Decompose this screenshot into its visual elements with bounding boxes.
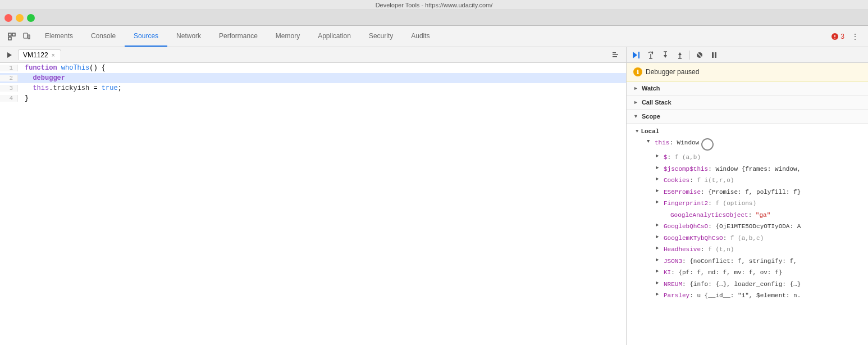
scope-item-googlemktyb[interactable]: ► GooglemKTybQhCsO: f (a,b,c): [627, 233, 868, 244]
breakpoints-icon: [696, 51, 703, 59]
tab-memory[interactable]: Memory: [267, 26, 309, 47]
device-toggle-btn[interactable]: [20, 30, 33, 43]
title-text: Developer Tools - https://www.udacity.co…: [376, 2, 493, 8]
more-options-btn[interactable]: ⋮: [849, 30, 861, 43]
svg-point-7: [835, 38, 836, 39]
format-btn[interactable]: [610, 49, 623, 61]
tab-network[interactable]: Network: [167, 26, 210, 47]
local-label: Local: [641, 128, 659, 135]
scope-item-dollar[interactable]: ► $: f (a,b): [627, 152, 868, 164]
code-editor[interactable]: 1 function whoThis() { 2 debugger 3 this…: [0, 63, 626, 345]
tab-sources[interactable]: Sources: [125, 26, 167, 47]
scope-item-es6promise[interactable]: ► ES6Promise: {Promise: f, polyfill: f}: [627, 187, 868, 198]
tab-audits[interactable]: Audits: [402, 26, 438, 47]
svg-rect-11: [613, 56, 617, 57]
expand-fingerprint-icon[interactable]: ►: [656, 199, 661, 207]
svg-marker-8: [7, 52, 12, 58]
tab-console[interactable]: Console: [82, 26, 125, 47]
devtools-body: VM1122 × 1 function whoThis() {: [0, 47, 868, 345]
expand-json3-icon[interactable]: ►: [656, 257, 661, 265]
svg-marker-18: [664, 55, 667, 58]
expand-googlemktyb-icon[interactable]: ►: [656, 234, 661, 242]
expand-googlebqh-icon[interactable]: ►: [656, 222, 661, 230]
svg-marker-14: [651, 51, 653, 55]
hover-indicator: [701, 138, 714, 151]
svg-rect-26: [715, 52, 716, 58]
step-out-btn[interactable]: [674, 49, 686, 61]
format-icon: [612, 51, 621, 59]
expand-cookies-icon[interactable]: ►: [656, 176, 661, 184]
scope-item-parsley[interactable]: ► Parsley: u {__id__: "1", $element: n.: [627, 290, 868, 302]
svg-rect-10: [613, 54, 618, 55]
scope-item-fingerprint2[interactable]: ► Fingerprint2: f (options): [627, 198, 868, 210]
run-scripts-btn[interactable]: [3, 49, 16, 61]
deactivate-breakpoints-btn[interactable]: [693, 49, 706, 61]
file-tab-vm1122[interactable]: VM1122 ×: [18, 49, 61, 60]
scope-item-json3[interactable]: ► JSON3: {noConflict: f, stringify: f,: [627, 256, 868, 267]
svg-rect-1: [12, 33, 15, 36]
scope-section-header[interactable]: Scope: [627, 110, 868, 124]
svg-rect-3: [24, 33, 28, 38]
expand-ki-icon[interactable]: ►: [656, 268, 661, 276]
step-out-icon: [675, 51, 684, 60]
step-over-icon: [646, 51, 655, 60]
local-section-header[interactable]: Local: [627, 126, 868, 137]
file-tab-name: VM1122: [23, 51, 48, 59]
callstack-toggle-icon: [633, 99, 638, 105]
play-icon: [6, 51, 13, 59]
toolbar-separator-1: [689, 51, 690, 60]
debugger-content[interactable]: Watch Call Stack Scope Loc: [627, 81, 868, 345]
scope-item-cookies[interactable]: ► Cookies: f i(t,r,o): [627, 175, 868, 187]
resume-btn[interactable]: [630, 49, 642, 61]
devtools-container: Elements Console Sources Network Perform…: [0, 26, 868, 345]
pause-icon: [710, 51, 719, 60]
sources-left-panel: VM1122 × 1 function whoThis() {: [0, 47, 627, 345]
devtools-tabs-right: 3 ⋮: [826, 30, 866, 43]
scope-item-nreum[interactable]: ► NREUM: {info: {…}, loader_config: {…}: [627, 279, 868, 290]
expand-jscomp-icon[interactable]: ►: [656, 165, 661, 172]
info-icon: ℹ: [633, 67, 642, 76]
resume-icon: [631, 51, 641, 60]
callstack-section-header[interactable]: Call Stack: [627, 96, 868, 110]
scope-item-headhesive[interactable]: ► Headhesive: f (t,n): [627, 244, 868, 256]
local-toggle-icon: [636, 129, 638, 134]
title-bar: Developer Tools - https://www.udacity.co…: [0, 0, 868, 10]
inspect-element-btn[interactable]: [6, 30, 18, 43]
expand-headhesive-icon[interactable]: ►: [656, 245, 661, 253]
file-tab-close-btn[interactable]: ×: [51, 52, 56, 58]
minimize-btn[interactable]: [16, 14, 24, 22]
code-line-3: 3 this.trickyish = true;: [0, 83, 626, 93]
tab-application[interactable]: Application: [309, 26, 360, 47]
svg-marker-21: [678, 52, 682, 55]
pause-on-exceptions-btn[interactable]: [708, 49, 720, 61]
tab-security[interactable]: Security: [360, 26, 402, 47]
svg-rect-4: [28, 35, 30, 39]
step-into-btn[interactable]: [659, 49, 671, 61]
close-btn[interactable]: [4, 14, 12, 22]
expand-parsley-icon[interactable]: ►: [656, 291, 661, 299]
scope-item-googlebqhcso[interactable]: ► GooglebQhCsO: {OjE1MTE5ODcyOTIyODA: A: [627, 221, 868, 233]
maximize-btn[interactable]: [27, 14, 35, 22]
svg-rect-0: [8, 33, 11, 36]
tab-elements[interactable]: Elements: [36, 26, 82, 47]
scope-item-ki[interactable]: ► KI: {pf: f, md: f, mv: f, ov: f}: [627, 267, 868, 279]
step-over-btn[interactable]: [645, 49, 657, 61]
scope-item-jscomp[interactable]: ► $jscomp$this: Window {frames: Window,: [627, 164, 868, 175]
tab-performance[interactable]: Performance: [210, 26, 267, 47]
devtools-tabs-list: Elements Console Sources Network Perform…: [36, 26, 826, 47]
scope-item-this[interactable]: ▼ this: Window: [627, 137, 868, 152]
expand-es6-icon[interactable]: ►: [656, 188, 661, 196]
svg-rect-2: [8, 37, 11, 40]
error-badge: 3: [831, 33, 844, 40]
expand-dollar-icon[interactable]: ►: [656, 153, 661, 161]
scope-label: Scope: [642, 113, 660, 120]
debugger-toolbar: [627, 47, 868, 63]
svg-rect-25: [712, 52, 714, 58]
svg-rect-13: [638, 52, 639, 58]
debugger-panel: ℹ Debugger paused Watch Call Stack: [627, 47, 868, 345]
expand-nreum-icon[interactable]: ►: [656, 280, 661, 288]
code-line-4: 4 }: [0, 93, 626, 103]
watch-section-header[interactable]: Watch: [627, 81, 868, 96]
code-line-1: 1 function whoThis() {: [0, 63, 626, 73]
expand-this-icon[interactable]: ▼: [647, 138, 652, 146]
